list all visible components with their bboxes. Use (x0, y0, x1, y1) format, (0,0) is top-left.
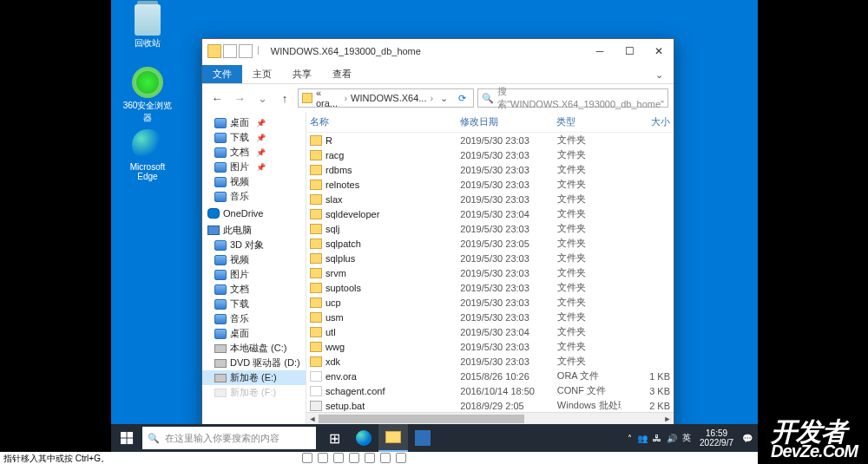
search-box[interactable]: 🔍 搜索"WINDOWS.X64_193000_db_home" (477, 88, 668, 108)
maximize-button[interactable]: ☐ (615, 39, 644, 63)
file-row[interactable]: srvm2019/5/30 23:03文件夹 (306, 265, 674, 280)
sidebar-quick-item[interactable]: 下载📌 (202, 130, 306, 145)
folder-icon (310, 283, 322, 293)
tray-volume-icon[interactable]: 🔊 (667, 434, 677, 443)
sidebar-pc-item[interactable]: 图片 (202, 267, 306, 282)
ribbon-expand-icon[interactable]: ⌄ (645, 67, 674, 83)
recycle-bin[interactable]: 回收站 (122, 4, 174, 56)
file-row[interactable]: sqlplus2019/5/30 23:03文件夹 (306, 251, 674, 265)
folder-icon (214, 299, 227, 310)
file-row[interactable]: racg2019/5/30 23:03文件夹 (306, 147, 674, 162)
notifications-icon[interactable]: 💬 (742, 434, 753, 443)
file-row[interactable]: relnotes2019/5/30 23:03文件夹 (306, 177, 674, 192)
tb-task-explorer[interactable] (378, 424, 408, 452)
sidebar-quick-item[interactable]: 视频 (202, 174, 306, 189)
file-row[interactable]: rdbms2019/5/30 23:03文件夹 (306, 162, 674, 177)
host-indicator-icon[interactable] (380, 453, 391, 463)
sidebar-thispc[interactable]: 此电脑 (202, 223, 306, 238)
tb-task-browser[interactable] (349, 424, 378, 452)
file-row[interactable]: env.ora2015/8/26 10:26ORA 文件1 KB (306, 369, 674, 383)
file-row[interactable]: sqldeveloper2019/5/30 23:04文件夹 (306, 206, 674, 221)
address-bar[interactable]: « ora... › WINDOWS.X64... › ⌄ ⟳ (298, 88, 474, 108)
up-button[interactable]: ↑ (275, 88, 294, 108)
qat-icon[interactable] (239, 44, 253, 58)
tray-expand-icon[interactable]: ˄ (628, 434, 632, 443)
address-dropdown-icon[interactable]: ⌄ (437, 93, 451, 104)
file-row[interactable]: xdk2019/5/30 23:03文件夹 (306, 354, 674, 369)
tab-view[interactable]: 查看 (322, 65, 362, 83)
host-indicator-icon[interactable] (333, 453, 344, 463)
column-date[interactable]: 修改日期 (460, 115, 557, 128)
nav-pane[interactable]: 桌面📌下载📌文档📌图片📌视频音乐OneDrive此电脑3D 对象视频图片文档下载… (202, 112, 306, 424)
sidebar-item-label: 本地磁盘 (C:) (230, 342, 286, 355)
sidebar-pc-item[interactable]: DVD 驱动器 (D:) (202, 356, 306, 370)
breadcrumb-part[interactable]: « ora... (316, 88, 340, 108)
start-button[interactable] (111, 424, 142, 452)
sidebar-quick-item[interactable]: 音乐 (202, 189, 306, 204)
host-indicator-icon[interactable] (396, 453, 406, 463)
tab-file[interactable]: 文件 (202, 65, 242, 83)
scroll-thumb[interactable] (319, 415, 524, 423)
sidebar-pc-item[interactable]: 本地磁盘 (C:) (202, 341, 306, 356)
vm-hint: 指针移入其中或按 Ctrl+G。 (0, 452, 111, 464)
browser-360[interactable]: 360安全浏览器 (122, 67, 174, 119)
file-row[interactable]: sqlj2019/5/30 23:03文件夹 (306, 221, 674, 236)
host-indicator-icon[interactable] (318, 453, 328, 463)
qat-icon[interactable] (223, 44, 237, 58)
sidebar-pc-item[interactable]: 下载 (202, 297, 306, 311)
taskbar-search[interactable]: 🔍 在这里输入你要搜索的内容 (142, 427, 316, 449)
breadcrumb-part[interactable]: WINDOWS.X64... (351, 93, 426, 103)
onedrive-icon (207, 208, 220, 219)
file-row[interactable]: utl2019/5/30 23:04文件夹 (306, 324, 674, 339)
file-row[interactable]: ucp2019/5/30 23:03文件夹 (306, 295, 674, 310)
file-list[interactable]: R2019/5/30 23:03文件夹racg2019/5/30 23:03文件… (306, 133, 674, 412)
sidebar-quick-item[interactable]: 桌面📌 (202, 115, 306, 130)
sidebar-pc-item[interactable]: 3D 对象 (202, 238, 306, 252)
edge[interactable]: Microsoft Edge (122, 129, 174, 181)
tb-task-store[interactable] (408, 424, 437, 452)
tray-ime[interactable]: 英 (682, 432, 691, 444)
sidebar-pc-item[interactable]: 桌面 (202, 326, 306, 341)
file-row[interactable]: setup.bat2018/9/29 2:05Windows 批处理...2 K… (306, 398, 674, 412)
sidebar-pc-item[interactable]: 文档 (202, 282, 306, 297)
chevron-right-icon[interactable]: › (430, 93, 433, 103)
file-row[interactable]: usm2019/5/30 23:03文件夹 (306, 310, 674, 324)
host-indicator-icon[interactable] (365, 453, 375, 463)
file-row[interactable]: schagent.conf2016/10/14 18:50CONF 文件3 KB (306, 383, 674, 398)
task-view-button[interactable]: ⊞ (319, 424, 349, 452)
scroll-left-icon[interactable]: ◄ (306, 413, 319, 425)
tray-clock[interactable]: 16:59 2022/9/7 (696, 428, 737, 448)
sidebar-onedrive[interactable]: OneDrive (202, 207, 306, 219)
sidebar-quick-item[interactable]: 图片📌 (202, 160, 306, 174)
tab-share[interactable]: 共享 (282, 65, 322, 83)
back-button[interactable]: ← (207, 88, 227, 108)
file-row[interactable]: R2019/5/30 23:03文件夹 (306, 133, 674, 147)
host-indicator-icon[interactable] (349, 453, 359, 463)
close-button[interactable]: ✕ (644, 39, 674, 63)
file-type: 文件夹 (557, 178, 621, 191)
horizontal-scrollbar[interactable]: ◄ ► (306, 412, 674, 424)
column-type[interactable]: 类型 (556, 115, 621, 128)
column-name[interactable]: 名称 (310, 115, 460, 128)
sidebar-pc-item[interactable]: 新加卷 (E:) (202, 370, 306, 385)
scroll-right-icon[interactable]: ► (661, 413, 674, 425)
titlebar[interactable]: | WINDOWS.X64_193000_db_home ─ ☐ ✕ (202, 39, 674, 63)
sidebar-pc-item[interactable]: 新加卷 (F:) (202, 385, 306, 400)
sidebar-quick-item[interactable]: 文档📌 (202, 145, 306, 160)
column-size[interactable]: 大小 (621, 115, 670, 128)
tray-people-icon[interactable]: 👥 (637, 434, 648, 443)
tray-network-icon[interactable]: 🖧 (653, 434, 661, 443)
sidebar-pc-item[interactable]: 视频 (202, 252, 306, 267)
minimize-button[interactable]: ─ (585, 39, 615, 63)
file-row[interactable]: sqlpatch2019/5/30 23:05文件夹 (306, 236, 674, 251)
host-indicator-icon[interactable] (302, 453, 312, 463)
file-row[interactable]: wwg2019/5/30 23:03文件夹 (306, 339, 674, 354)
recent-dropdown-icon[interactable]: ⌄ (253, 88, 272, 108)
file-row[interactable]: slax2019/5/30 23:03文件夹 (306, 192, 674, 206)
sidebar-pc-item[interactable]: 音乐 (202, 311, 306, 326)
tab-home[interactable]: 主页 (242, 65, 282, 83)
file-row[interactable]: suptools2019/5/30 23:03文件夹 (306, 280, 674, 295)
refresh-icon[interactable]: ⟳ (455, 93, 470, 104)
chevron-right-icon[interactable]: › (344, 93, 347, 103)
folder-icon (310, 268, 322, 278)
